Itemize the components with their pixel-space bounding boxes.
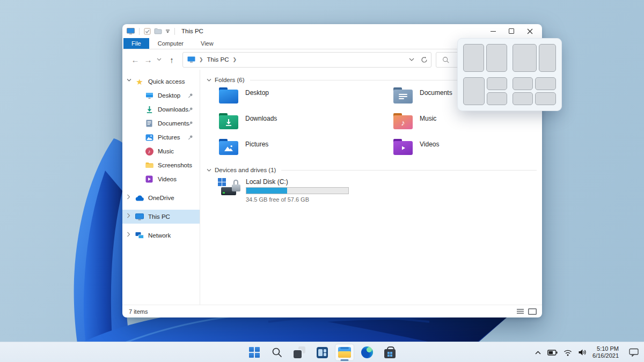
status-bar: 7 items bbox=[122, 305, 542, 317]
file-explorer-button[interactable] bbox=[335, 344, 354, 361]
close-button[interactable] bbox=[521, 25, 539, 37]
snap-zone[interactable] bbox=[513, 44, 537, 72]
maximize-icon bbox=[509, 28, 514, 34]
snap-zone[interactable] bbox=[535, 92, 556, 105]
minimize-button[interactable] bbox=[484, 25, 502, 37]
sidebar-item-desktop[interactable]: Desktop bbox=[122, 88, 200, 102]
widgets-button[interactable] bbox=[312, 344, 332, 361]
desktop-icon bbox=[145, 91, 153, 100]
maximize-button[interactable] bbox=[502, 25, 521, 37]
snap-zone[interactable] bbox=[539, 44, 556, 72]
taskbar: 5:10 PM 6/16/2021 bbox=[0, 342, 644, 362]
folder-icon-downloads bbox=[219, 113, 238, 129]
qat-new-folder-icon[interactable] bbox=[154, 28, 162, 34]
notification-center-icon[interactable] bbox=[629, 348, 639, 357]
sidebar-item-this-pc[interactable]: This PC bbox=[122, 210, 200, 224]
start-button[interactable] bbox=[245, 344, 264, 361]
folder-icon-desktop bbox=[219, 87, 238, 104]
sidebar-item-label: Screenshots bbox=[158, 162, 192, 168]
chevron-down-icon[interactable] bbox=[127, 78, 132, 84]
snap-zone[interactable] bbox=[535, 77, 556, 90]
breadcrumb-this-pc[interactable]: This PC bbox=[207, 56, 229, 63]
volume-icon[interactable] bbox=[578, 349, 587, 356]
divider bbox=[139, 28, 140, 35]
task-view-icon bbox=[294, 346, 305, 358]
navigation-pane: ★ Quick access Desktop Downloads bbox=[122, 70, 200, 305]
sidebar-item-quick-access[interactable]: ★ Quick access bbox=[122, 75, 200, 88]
sidebar-item-documents[interactable]: Documents bbox=[122, 116, 200, 130]
tab-view[interactable]: View bbox=[192, 38, 222, 49]
sidebar-item-onedrive[interactable]: OneDrive bbox=[122, 191, 200, 205]
recent-locations-dropdown[interactable] bbox=[155, 58, 163, 61]
chevron-right-icon[interactable] bbox=[127, 194, 132, 201]
snap-zone[interactable] bbox=[487, 77, 507, 90]
sidebar-item-network[interactable]: Network bbox=[122, 228, 200, 242]
video-icon bbox=[145, 175, 153, 183]
download-icon bbox=[145, 105, 153, 114]
address-bar[interactable]: ❯ This PC ❯ bbox=[182, 52, 431, 68]
sidebar-item-screenshots[interactable]: Screenshots bbox=[122, 158, 200, 172]
qat-properties-icon[interactable] bbox=[144, 28, 151, 35]
task-view-button[interactable] bbox=[290, 344, 309, 361]
refresh-icon[interactable] bbox=[421, 56, 428, 63]
folder-tile-pictures[interactable]: Pictures bbox=[219, 139, 393, 159]
chevron-right-icon[interactable] bbox=[127, 213, 132, 219]
folder-tile-music[interactable]: ♪ Music bbox=[393, 113, 568, 134]
sidebar-item-label: Quick access bbox=[148, 78, 185, 85]
breadcrumb-root-icon bbox=[187, 56, 195, 63]
folder-name: Desktop bbox=[245, 87, 269, 97]
drive-free-space: 34.5 GB free of 57.6 GB bbox=[246, 196, 349, 203]
snap-zone[interactable] bbox=[486, 44, 507, 72]
sidebar-item-downloads[interactable]: Downloads bbox=[122, 102, 200, 116]
edge-button[interactable] bbox=[357, 344, 377, 361]
snap-zone[interactable] bbox=[513, 92, 533, 105]
sidebar-item-pictures[interactable]: Pictures bbox=[122, 130, 200, 144]
clock-time: 5:10 PM bbox=[592, 345, 619, 352]
sidebar-item-label: Pictures bbox=[158, 134, 180, 141]
search-button[interactable] bbox=[267, 344, 287, 361]
snap-layout-wide-left[interactable] bbox=[513, 44, 557, 72]
folder-icon-music: ♪ bbox=[393, 113, 413, 129]
sidebar-item-videos[interactable]: Videos bbox=[122, 172, 200, 186]
drives-section-header[interactable]: Devices and drives (1) bbox=[207, 167, 537, 173]
folder-tile-videos[interactable]: Videos bbox=[393, 139, 568, 159]
snap-zone[interactable] bbox=[487, 92, 507, 105]
snap-layout-four-grid[interactable] bbox=[513, 77, 557, 105]
drive-tile-local-disk-c[interactable]: Local Disk (C:) 34.5 GB free of 57.6 GB bbox=[218, 178, 537, 203]
search-icon bbox=[442, 56, 449, 63]
hidden-icons-chevron[interactable] bbox=[535, 350, 541, 355]
snap-zone[interactable] bbox=[513, 77, 533, 90]
tab-file[interactable]: File bbox=[123, 38, 149, 49]
snap-zone[interactable] bbox=[463, 77, 485, 105]
folder-name: Music bbox=[420, 113, 436, 122]
window-title: This PC bbox=[181, 28, 203, 34]
star-icon: ★ bbox=[135, 77, 144, 86]
sidebar-item-label: This PC bbox=[148, 213, 170, 220]
back-button[interactable]: ← bbox=[129, 55, 142, 64]
store-button[interactable] bbox=[380, 344, 399, 361]
snap-layout-two-equal[interactable] bbox=[463, 44, 507, 72]
divider bbox=[281, 170, 537, 171]
snap-zone[interactable] bbox=[463, 44, 484, 72]
taskbar-clock[interactable]: 5:10 PM 6/16/2021 bbox=[592, 345, 619, 359]
folder-tile-desktop[interactable]: Desktop bbox=[219, 87, 393, 108]
divider bbox=[174, 28, 175, 35]
qat-customize-dropdown-icon[interactable] bbox=[165, 29, 170, 34]
sidebar-item-music[interactable]: ♪ Music bbox=[122, 144, 200, 158]
up-button[interactable]: ↑ bbox=[165, 55, 178, 64]
wifi-icon[interactable] bbox=[564, 349, 572, 356]
folder-icon-pictures bbox=[219, 139, 238, 155]
minimize-icon bbox=[491, 31, 496, 32]
battery-icon[interactable] bbox=[547, 349, 558, 356]
chevron-down-icon bbox=[207, 78, 211, 83]
folder-tile-downloads[interactable]: Downloads bbox=[219, 113, 393, 134]
tab-computer[interactable]: Computer bbox=[149, 38, 192, 49]
pin-icon bbox=[187, 107, 193, 113]
large-icons-view-button[interactable] bbox=[528, 308, 537, 315]
forward-button[interactable]: → bbox=[142, 55, 155, 64]
address-dropdown-icon[interactable] bbox=[409, 58, 414, 61]
chevron-right-icon[interactable] bbox=[127, 232, 132, 238]
details-view-button[interactable] bbox=[517, 308, 524, 314]
snap-layout-half-plus-stack[interactable] bbox=[463, 77, 507, 105]
folder-name: Downloads bbox=[245, 113, 277, 122]
